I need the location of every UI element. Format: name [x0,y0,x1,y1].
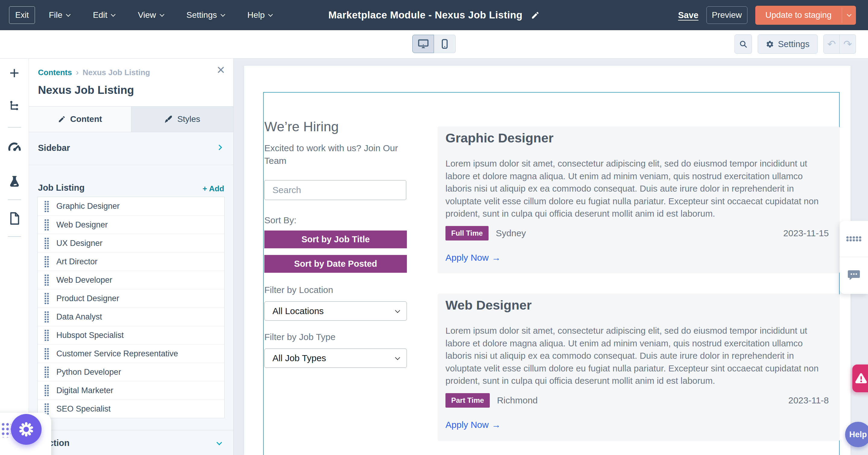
job-date: 2023-11-15 [783,228,829,238]
sitemap-icon [8,99,21,112]
apply-now-link[interactable]: Apply Now → [445,420,501,430]
apply-now-link[interactable]: Apply Now → [445,253,501,263]
sidebar-group-label: Sidebar [38,143,70,153]
list-item[interactable]: Web Developer [38,271,224,289]
menu-help[interactable]: Help [247,10,273,20]
page-files-button[interactable] [9,212,20,226]
edit-title-pencil-icon[interactable] [531,11,540,20]
chevron-down-icon [846,12,851,17]
save-button[interactable]: Save [678,10,699,20]
exit-button[interactable]: Exit [9,6,35,24]
menu-file-label: File [49,10,62,20]
list-item[interactable]: Web Designer [38,216,224,234]
filter-by-location-label: Filter by Location [264,285,333,295]
drag-handle-icon[interactable] [44,201,49,212]
tab-styles[interactable]: Styles [131,107,234,132]
tab-content[interactable]: Content [29,107,131,132]
drag-handle-icon[interactable] [44,274,49,286]
undo-button[interactable]: ↶ [824,34,840,54]
chevron-down-icon [268,12,273,17]
chevron-down-icon [66,12,71,17]
list-item[interactable]: Hubspot Specialist [38,326,224,344]
redo-button[interactable]: ↷ [840,34,856,54]
drag-dots-icon[interactable] [2,423,11,437]
tree-structure-button[interactable] [8,99,21,113]
drag-handle-icon[interactable] [44,256,49,267]
drag-handle-icon[interactable] [44,403,49,415]
menu-view[interactable]: View [138,10,163,20]
drag-handle-icon[interactable] [44,348,49,359]
location-select[interactable]: All Locations [264,302,407,321]
editor-toolbar: Settings ↶ ↷ [0,30,868,59]
dots-grid-icon [846,236,861,242]
job-card-title: Web Designer [445,298,532,313]
alerts-button[interactable] [852,365,868,392]
testing-button[interactable] [8,175,21,189]
menu-edit[interactable]: Edit [93,10,115,20]
search-button[interactable] [735,34,752,54]
tab-styles-label: Styles [177,114,200,124]
list-item[interactable]: Data Analyst [38,308,224,326]
chevron-down-icon[interactable] [216,439,222,445]
drag-handle-icon[interactable] [44,311,49,322]
drag-handle-icon[interactable] [44,293,49,304]
list-item-label: Python Developer [56,368,121,377]
panel-title: Nexus Job Listing [38,84,134,96]
add-job-button[interactable]: + Add [203,184,224,193]
job-type-badge: Part Time [445,393,490,408]
settings-button[interactable]: Settings [758,34,818,54]
drag-handle-icon[interactable] [44,237,49,249]
list-item[interactable]: Digital Marketer [38,381,224,399]
update-options-button[interactable] [842,6,856,25]
mobile-preview-button[interactable] [434,35,456,53]
list-item-label: SEO Specialist [56,404,111,414]
menu-file[interactable]: File [49,10,70,20]
job-type-badge: Full Time [445,226,489,240]
list-item-label: UX Designer [56,239,102,248]
job-type-select-value: All Job Types [273,353,326,363]
comments-button[interactable] [840,257,868,293]
update-to-staging-button[interactable]: Update to staging [755,6,842,25]
menu-settings-label: Settings [187,10,217,20]
list-item-label: Art Director [56,257,98,266]
sort-by-date-posted-button[interactable]: Sort by Date Posted [264,255,407,273]
drag-handle-icon[interactable] [44,330,49,341]
breadcrumb-contents-link[interactable]: Contents [38,68,72,77]
drag-handle-icon[interactable] [44,385,49,396]
menu-edit-label: Edit [93,10,107,20]
panel-tabs: Content Styles [29,106,233,132]
list-item[interactable]: Art Director [38,252,224,271]
performance-button[interactable] [7,141,22,154]
list-item[interactable]: Python Developer [38,363,224,381]
chevron-down-icon [111,12,116,17]
menu-help-label: Help [247,10,265,20]
sort-by-job-title-button[interactable]: Sort by Job Title [264,230,407,248]
preview-button[interactable]: Preview [707,6,747,24]
list-item[interactable]: Customer Service Representative [38,344,224,363]
job-listing-group-label: Job Listing [38,183,85,193]
list-item[interactable]: SEO Specialist [38,399,224,418]
list-item[interactable]: Graphic Designer [38,197,224,216]
drag-handle-icon[interactable] [44,366,49,378]
job-type-select[interactable]: All Job Types [264,348,407,368]
desktop-preview-button[interactable] [412,35,434,53]
chevron-right-icon [216,144,222,150]
filter-by-job-type-label: Filter by Job Type [264,332,336,342]
close-panel-button[interactable]: × [217,63,225,77]
apps-dots-button[interactable] [840,221,868,257]
list-item-label: Data Analyst [56,312,102,322]
list-item[interactable]: UX Designer [38,234,224,252]
list-item[interactable]: Product Designer [38,289,224,308]
help-button[interactable]: Help [845,422,868,447]
rail-divider [8,236,21,237]
menu-settings[interactable]: Settings [187,10,224,20]
help-button-label: Help [849,430,867,439]
sidebar-group-row[interactable]: Sidebar [29,133,233,165]
ai-assistant-button[interactable] [11,414,41,445]
location-select-value: All Locations [273,306,324,316]
add-module-button[interactable]: + [9,64,19,82]
file-icon [9,212,20,225]
drag-handle-icon[interactable] [44,219,49,230]
pencil-icon [58,115,66,123]
search-input[interactable] [264,180,406,200]
